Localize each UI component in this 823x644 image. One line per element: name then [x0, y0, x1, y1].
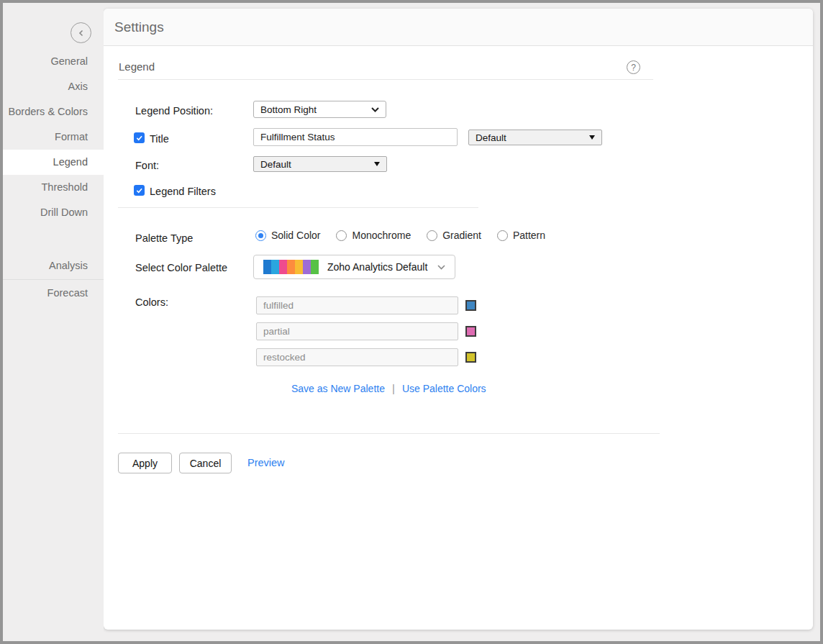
- color-name-input-fulfilled[interactable]: [256, 296, 458, 314]
- sidebar-item-legend[interactable]: Legend: [3, 150, 104, 175]
- radio-icon: [255, 230, 266, 241]
- sidebar-item-threshold[interactable]: Threshold: [3, 175, 104, 200]
- legend-position-value: Bottom Right: [260, 104, 371, 115]
- radio-gradient[interactable]: Gradient: [427, 230, 481, 241]
- chevron-down-icon: [371, 107, 379, 112]
- triangle-down-icon: [589, 135, 595, 140]
- sidebar-divider: [3, 279, 104, 280]
- sidebar-item-general[interactable]: General: [3, 49, 104, 74]
- legend-filters-label: Legend Filters: [150, 186, 216, 197]
- section-title-legend: Legend: [119, 60, 155, 73]
- sidebar-item-format[interactable]: Format: [3, 124, 104, 150]
- color-swatch-restocked[interactable]: [465, 352, 476, 363]
- font-label: Font:: [135, 160, 159, 171]
- title-label: Title: [150, 133, 169, 145]
- sidebar-item-analysis[interactable]: Analysis: [3, 253, 104, 278]
- font-select[interactable]: Default: [253, 156, 387, 172]
- sidebar: General Axis Borders & Colors Format Leg…: [3, 3, 104, 641]
- colors-label: Colors:: [135, 296, 168, 308]
- legend-filters-checkbox[interactable]: [134, 185, 145, 196]
- legend-title-input[interactable]: [253, 128, 458, 146]
- radio-monochrome[interactable]: Monochrome: [336, 230, 411, 241]
- sidebar-item-borders-colors[interactable]: Borders & Colors: [3, 99, 104, 124]
- settings-panel: [104, 9, 813, 630]
- back-button[interactable]: [71, 22, 91, 43]
- sidebar-nav-analysis: Analysis Forecast: [3, 253, 104, 306]
- page-title: Settings: [114, 19, 164, 35]
- check-icon: [135, 134, 143, 142]
- footer-divider: [118, 433, 660, 434]
- apply-button[interactable]: Apply: [118, 453, 172, 473]
- cancel-button[interactable]: Cancel: [179, 453, 232, 473]
- settings-window: General Axis Borders & Colors Format Leg…: [0, 0, 823, 644]
- select-color-palette-label: Select Color Palette: [135, 262, 227, 273]
- radio-pattern[interactable]: Pattern: [497, 230, 545, 241]
- radio-icon: [336, 230, 347, 241]
- radio-icon: [497, 230, 508, 241]
- color-swatch-fulfilled[interactable]: [465, 300, 476, 311]
- palette-type-label: Palette Type: [135, 232, 193, 244]
- title-font-select[interactable]: Default: [468, 130, 602, 145]
- use-palette-colors-link[interactable]: Use Palette Colors: [402, 383, 486, 394]
- font-value: Default: [260, 159, 374, 170]
- color-name-input-partial[interactable]: [256, 322, 458, 340]
- panel-header: Settings: [104, 9, 813, 46]
- sidebar-item-drill-down[interactable]: Drill Down: [3, 200, 104, 225]
- palette-type-radio-group: Solid Color Monochrome Gradient Pattern: [255, 230, 545, 241]
- color-name-input-restocked[interactable]: [256, 348, 458, 366]
- legend-position-label: Legend Position:: [135, 105, 213, 117]
- chevron-down-icon: [437, 265, 445, 270]
- help-icon[interactable]: ?: [627, 60, 640, 74]
- check-icon: [135, 186, 143, 194]
- divider: [118, 207, 478, 208]
- legend-position-select[interactable]: Bottom Right: [253, 101, 386, 118]
- color-swatch-partial[interactable]: [465, 326, 476, 337]
- preview-link[interactable]: Preview: [247, 453, 285, 473]
- triangle-down-icon: [374, 162, 380, 166]
- sidebar-item-axis[interactable]: Axis: [3, 74, 104, 99]
- radio-icon: [427, 230, 437, 241]
- section-divider: [118, 79, 653, 80]
- link-separator: |: [392, 382, 395, 394]
- save-as-new-palette-link[interactable]: Save as New Palette: [291, 383, 385, 394]
- palette-swatch-strip-icon: [263, 260, 319, 274]
- chevron-left-icon: [77, 29, 86, 37]
- color-palette-select[interactable]: Zoho Analytics Default: [253, 255, 455, 279]
- title-checkbox[interactable]: [134, 132, 145, 143]
- radio-solid-color[interactable]: Solid Color: [255, 230, 320, 241]
- title-font-value: Default: [476, 132, 589, 143]
- palette-links: Save as New Palette | Use Palette Colors: [291, 382, 486, 394]
- sidebar-nav: General Axis Borders & Colors Format Leg…: [3, 49, 104, 225]
- sidebar-item-forecast[interactable]: Forecast: [3, 281, 104, 306]
- color-palette-value: Zoho Analytics Default: [327, 261, 437, 273]
